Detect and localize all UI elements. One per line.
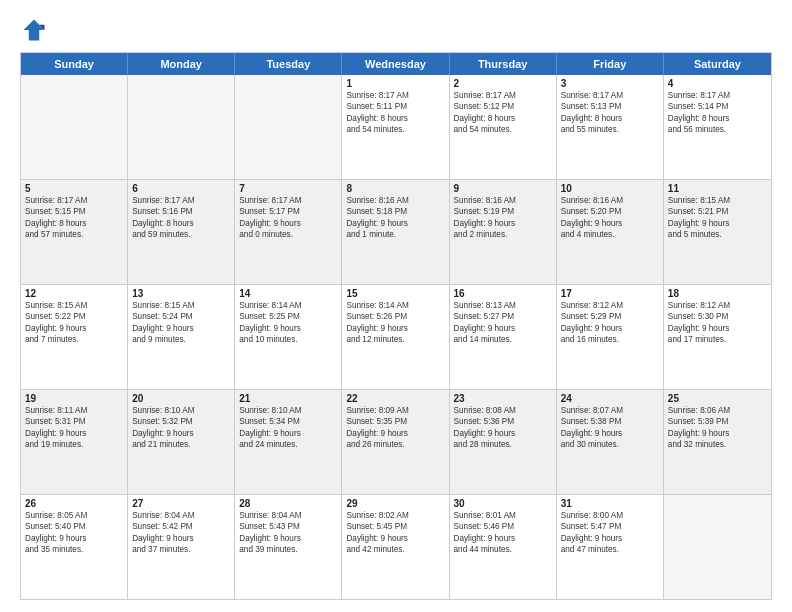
day-number: 17 xyxy=(561,288,659,299)
calendar-cell xyxy=(128,75,235,179)
page: SundayMondayTuesdayWednesdayThursdayFrid… xyxy=(0,0,792,612)
calendar-cell xyxy=(664,495,771,599)
calendar-cell: 17Sunrise: 8:12 AMSunset: 5:29 PMDayligh… xyxy=(557,285,664,389)
cell-line: and 57 minutes. xyxy=(25,229,123,240)
cell-line: Sunrise: 8:17 AM xyxy=(668,90,767,101)
cell-line: Sunset: 5:42 PM xyxy=(132,521,230,532)
cell-line: Sunset: 5:36 PM xyxy=(454,416,552,427)
day-number: 19 xyxy=(25,393,123,404)
cell-line: and 21 minutes. xyxy=(132,439,230,450)
calendar-cell: 23Sunrise: 8:08 AMSunset: 5:36 PMDayligh… xyxy=(450,390,557,494)
calendar-row: 19Sunrise: 8:11 AMSunset: 5:31 PMDayligh… xyxy=(21,390,771,495)
day-number: 5 xyxy=(25,183,123,194)
cell-line: Sunrise: 8:17 AM xyxy=(25,195,123,206)
calendar-cell: 30Sunrise: 8:01 AMSunset: 5:46 PMDayligh… xyxy=(450,495,557,599)
cell-line: and 12 minutes. xyxy=(346,334,444,345)
cell-line: and 47 minutes. xyxy=(561,544,659,555)
calendar-cell xyxy=(21,75,128,179)
calendar-cell: 19Sunrise: 8:11 AMSunset: 5:31 PMDayligh… xyxy=(21,390,128,494)
calendar-row: 5Sunrise: 8:17 AMSunset: 5:15 PMDaylight… xyxy=(21,180,771,285)
cell-line: and 26 minutes. xyxy=(346,439,444,450)
weekday-header: Friday xyxy=(557,53,664,75)
cell-line: and 4 minutes. xyxy=(561,229,659,240)
cell-line: Sunset: 5:31 PM xyxy=(25,416,123,427)
cell-line: Daylight: 8 hours xyxy=(346,113,444,124)
cell-line: Sunrise: 8:04 AM xyxy=(132,510,230,521)
cell-line: and 2 minutes. xyxy=(454,229,552,240)
cell-line: and 17 minutes. xyxy=(668,334,767,345)
cell-line: Sunrise: 8:16 AM xyxy=(346,195,444,206)
cell-line: and 19 minutes. xyxy=(25,439,123,450)
cell-line: Sunset: 5:20 PM xyxy=(561,206,659,217)
cell-line: Daylight: 9 hours xyxy=(132,323,230,334)
weekday-header: Tuesday xyxy=(235,53,342,75)
cell-line: Sunrise: 8:00 AM xyxy=(561,510,659,521)
day-number: 7 xyxy=(239,183,337,194)
day-number: 4 xyxy=(668,78,767,89)
cell-line: Sunset: 5:24 PM xyxy=(132,311,230,322)
cell-line: Sunset: 5:16 PM xyxy=(132,206,230,217)
cell-line: and 42 minutes. xyxy=(346,544,444,555)
cell-line: and 54 minutes. xyxy=(454,124,552,135)
calendar-cell: 9Sunrise: 8:16 AMSunset: 5:19 PMDaylight… xyxy=(450,180,557,284)
day-number: 9 xyxy=(454,183,552,194)
cell-line: and 44 minutes. xyxy=(454,544,552,555)
cell-line: Daylight: 9 hours xyxy=(454,428,552,439)
cell-line: and 5 minutes. xyxy=(668,229,767,240)
cell-line: Sunset: 5:11 PM xyxy=(346,101,444,112)
cell-line: and 37 minutes. xyxy=(132,544,230,555)
cell-line: Sunset: 5:46 PM xyxy=(454,521,552,532)
cell-line: and 16 minutes. xyxy=(561,334,659,345)
cell-line: Sunset: 5:32 PM xyxy=(132,416,230,427)
cell-line: Sunset: 5:21 PM xyxy=(668,206,767,217)
cell-line: Daylight: 9 hours xyxy=(668,323,767,334)
calendar-cell: 10Sunrise: 8:16 AMSunset: 5:20 PMDayligh… xyxy=(557,180,664,284)
day-number: 29 xyxy=(346,498,444,509)
cell-line: Sunset: 5:19 PM xyxy=(454,206,552,217)
cell-line: Sunset: 5:29 PM xyxy=(561,311,659,322)
day-number: 27 xyxy=(132,498,230,509)
cell-line: and 7 minutes. xyxy=(25,334,123,345)
day-number: 10 xyxy=(561,183,659,194)
cell-line: and 10 minutes. xyxy=(239,334,337,345)
cell-line: and 28 minutes. xyxy=(454,439,552,450)
calendar-cell: 18Sunrise: 8:12 AMSunset: 5:30 PMDayligh… xyxy=(664,285,771,389)
cell-line: Sunrise: 8:01 AM xyxy=(454,510,552,521)
calendar-cell: 8Sunrise: 8:16 AMSunset: 5:18 PMDaylight… xyxy=(342,180,449,284)
weekday-header: Monday xyxy=(128,53,235,75)
cell-line: Sunrise: 8:16 AM xyxy=(561,195,659,206)
cell-line: Sunrise: 8:17 AM xyxy=(561,90,659,101)
cell-line: Sunset: 5:26 PM xyxy=(346,311,444,322)
cell-line: Daylight: 9 hours xyxy=(561,533,659,544)
cell-line: Sunrise: 8:15 AM xyxy=(25,300,123,311)
cell-line: Sunset: 5:27 PM xyxy=(454,311,552,322)
calendar-header: SundayMondayTuesdayWednesdayThursdayFrid… xyxy=(21,53,771,75)
cell-line: Sunrise: 8:04 AM xyxy=(239,510,337,521)
calendar-cell: 11Sunrise: 8:15 AMSunset: 5:21 PMDayligh… xyxy=(664,180,771,284)
calendar-cell: 26Sunrise: 8:05 AMSunset: 5:40 PMDayligh… xyxy=(21,495,128,599)
calendar-cell: 21Sunrise: 8:10 AMSunset: 5:34 PMDayligh… xyxy=(235,390,342,494)
cell-line: Daylight: 9 hours xyxy=(561,428,659,439)
cell-line: Daylight: 8 hours xyxy=(454,113,552,124)
calendar-cell: 15Sunrise: 8:14 AMSunset: 5:26 PMDayligh… xyxy=(342,285,449,389)
calendar-row: 1Sunrise: 8:17 AMSunset: 5:11 PMDaylight… xyxy=(21,75,771,180)
calendar-cell: 20Sunrise: 8:10 AMSunset: 5:32 PMDayligh… xyxy=(128,390,235,494)
day-number: 31 xyxy=(561,498,659,509)
cell-line: Sunrise: 8:11 AM xyxy=(25,405,123,416)
cell-line: Daylight: 9 hours xyxy=(346,533,444,544)
calendar-cell: 4Sunrise: 8:17 AMSunset: 5:14 PMDaylight… xyxy=(664,75,771,179)
day-number: 28 xyxy=(239,498,337,509)
calendar-cell: 14Sunrise: 8:14 AMSunset: 5:25 PMDayligh… xyxy=(235,285,342,389)
cell-line: Sunset: 5:15 PM xyxy=(25,206,123,217)
calendar-cell: 25Sunrise: 8:06 AMSunset: 5:39 PMDayligh… xyxy=(664,390,771,494)
logo xyxy=(20,16,52,44)
cell-line: Sunrise: 8:08 AM xyxy=(454,405,552,416)
day-number: 13 xyxy=(132,288,230,299)
calendar-cell: 2Sunrise: 8:17 AMSunset: 5:12 PMDaylight… xyxy=(450,75,557,179)
cell-line: Sunset: 5:12 PM xyxy=(454,101,552,112)
cell-line: Sunset: 5:18 PM xyxy=(346,206,444,217)
calendar-cell: 1Sunrise: 8:17 AMSunset: 5:11 PMDaylight… xyxy=(342,75,449,179)
cell-line: Sunrise: 8:15 AM xyxy=(132,300,230,311)
weekday-header: Wednesday xyxy=(342,53,449,75)
cell-line: Sunset: 5:17 PM xyxy=(239,206,337,217)
